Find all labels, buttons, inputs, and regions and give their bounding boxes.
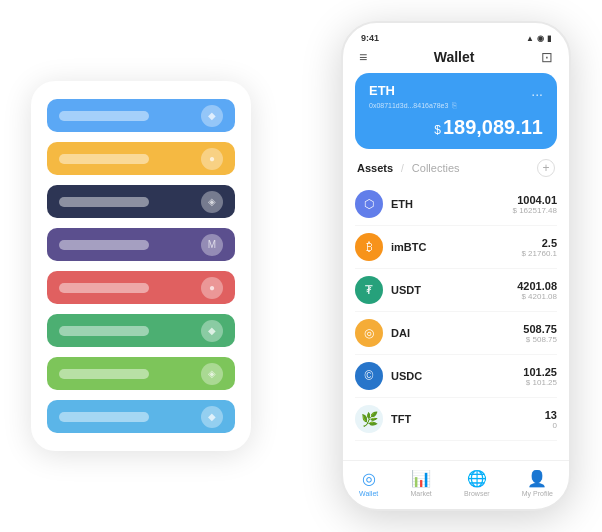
tab-assets[interactable]: Assets — [357, 162, 393, 174]
bg-card-label-lightgreen — [59, 369, 149, 379]
bg-card-purple[interactable]: M — [47, 228, 235, 261]
bg-card-lightblue[interactable]: ◆ — [47, 400, 235, 433]
asset-item-imbtc[interactable]: ₿ imBTC 2.5 $ 21760.1 — [355, 226, 557, 269]
add-asset-button[interactable]: + — [537, 159, 555, 177]
dai-amount: 508.75 — [523, 323, 557, 335]
phone-mockup: 9:41 ▲ ◉ ▮ ≡ Wallet ⊡ ETH ... 0x08711d3d… — [341, 21, 571, 511]
eth-card-top: ETH ... — [369, 83, 543, 99]
bg-card-red[interactable]: ● — [47, 271, 235, 304]
bg-card-icon-yellow: ● — [201, 148, 223, 170]
eth-card[interactable]: ETH ... 0x08711d3d...8416a78e3 ⎘ $189,08… — [355, 73, 557, 149]
battery-icon: ▮ — [547, 34, 551, 43]
asset-item-tft[interactable]: 🌿 TFT 13 0 — [355, 398, 557, 441]
bg-card-label-dark — [59, 197, 149, 207]
bg-card-label-purple — [59, 240, 149, 250]
bg-card-icon-blue: ◆ — [201, 105, 223, 127]
eth-amounts: 1004.01 $ 162517.48 — [513, 194, 558, 215]
usdc-name: USDC — [391, 370, 523, 382]
eth-card-menu[interactable]: ... — [531, 83, 543, 99]
bg-card-icon-green: ◆ — [201, 320, 223, 342]
bg-card-label-lightblue — [59, 412, 149, 422]
wallet-nav-label: Wallet — [359, 490, 378, 497]
bg-card-icon-lightgreen: ◈ — [201, 363, 223, 385]
nav-market[interactable]: 📊 Market — [410, 469, 431, 497]
imbtc-name: imBTC — [391, 241, 521, 253]
usdt-icon: ₮ — [355, 276, 383, 304]
bg-card-icon-dark: ◈ — [201, 191, 223, 213]
asset-list: ⬡ ETH 1004.01 $ 162517.48 ₿ imBTC 2.5 $ … — [343, 183, 569, 460]
bg-card-lightgreen[interactable]: ◈ — [47, 357, 235, 390]
eth-name: ETH — [391, 198, 513, 210]
status-bar: 9:41 ▲ ◉ ▮ — [343, 23, 569, 47]
dai-icon: ◎ — [355, 319, 383, 347]
tab-divider: / — [401, 163, 404, 174]
status-time: 9:41 — [361, 33, 379, 43]
profile-nav-label: My Profile — [522, 490, 553, 497]
market-nav-label: Market — [410, 490, 431, 497]
asset-item-usdt[interactable]: ₮ USDT 4201.08 $ 4201.08 — [355, 269, 557, 312]
imbtc-amount: 2.5 — [521, 237, 557, 249]
bg-card-label-red — [59, 283, 149, 293]
wallet-nav-icon: ◎ — [362, 469, 376, 488]
asset-item-usdc[interactable]: © USDC 101.25 $ 101.25 — [355, 355, 557, 398]
imbtc-amounts: 2.5 $ 21760.1 — [521, 237, 557, 258]
usdc-amount: 101.25 — [523, 366, 557, 378]
dai-usd: $ 508.75 — [523, 335, 557, 344]
usdc-icon: © — [355, 362, 383, 390]
usdc-amounts: 101.25 $ 101.25 — [523, 366, 557, 387]
nav-wallet[interactable]: ◎ Wallet — [359, 469, 378, 497]
imbtc-icon: ₿ — [355, 233, 383, 261]
phone-header: ≡ Wallet ⊡ — [343, 47, 569, 73]
eth-address: 0x08711d3d...8416a78e3 ⎘ — [369, 101, 543, 110]
wifi-icon: ◉ — [537, 34, 544, 43]
page-title: Wallet — [434, 49, 475, 65]
scan-icon[interactable]: ⊡ — [541, 49, 553, 65]
bg-card-dark[interactable]: ◈ — [47, 185, 235, 218]
bg-card-yellow[interactable]: ● — [47, 142, 235, 175]
bg-wallet-panel: ◆ ● ◈ M ● ◆ ◈ ◆ — [31, 81, 251, 451]
menu-icon[interactable]: ≡ — [359, 49, 367, 65]
asset-item-eth[interactable]: ⬡ ETH 1004.01 $ 162517.48 — [355, 183, 557, 226]
assets-tabs: Assets / Collecties + — [343, 159, 569, 183]
tft-amount: 13 — [545, 409, 557, 421]
tabs-left: Assets / Collecties — [357, 162, 460, 174]
signal-icon: ▲ — [526, 34, 534, 43]
browser-nav-icon: 🌐 — [467, 469, 487, 488]
usdc-usd: $ 101.25 — [523, 378, 557, 387]
tft-amounts: 13 0 — [545, 409, 557, 430]
usdt-usd: $ 4201.08 — [517, 292, 557, 301]
dai-amounts: 508.75 $ 508.75 — [523, 323, 557, 344]
eth-balance: $189,089.11 — [369, 116, 543, 139]
copy-address-icon[interactable]: ⎘ — [452, 101, 457, 110]
eth-icon: ⬡ — [355, 190, 383, 218]
eth-balance-prefix: $ — [434, 123, 441, 137]
usdt-amount: 4201.08 — [517, 280, 557, 292]
tft-icon: 🌿 — [355, 405, 383, 433]
tft-usd: 0 — [545, 421, 557, 430]
dai-name: DAI — [391, 327, 523, 339]
bg-card-label-green — [59, 326, 149, 336]
usdt-amounts: 4201.08 $ 4201.08 — [517, 280, 557, 301]
usdt-name: USDT — [391, 284, 517, 296]
asset-item-dai[interactable]: ◎ DAI 508.75 $ 508.75 — [355, 312, 557, 355]
eth-amount: 1004.01 — [513, 194, 558, 206]
scene: ◆ ● ◈ M ● ◆ ◈ ◆ — [11, 11, 591, 521]
bg-card-blue[interactable]: ◆ — [47, 99, 235, 132]
bg-card-label — [59, 111, 149, 121]
nav-browser[interactable]: 🌐 Browser — [464, 469, 490, 497]
bg-card-icon-purple: M — [201, 234, 223, 256]
imbtc-usd: $ 21760.1 — [521, 249, 557, 258]
bg-card-icon-red: ● — [201, 277, 223, 299]
bottom-nav: ◎ Wallet 📊 Market 🌐 Browser 👤 My Profile — [343, 460, 569, 509]
browser-nav-label: Browser — [464, 490, 490, 497]
profile-nav-icon: 👤 — [527, 469, 547, 488]
tab-collecties[interactable]: Collecties — [412, 162, 460, 174]
nav-profile[interactable]: 👤 My Profile — [522, 469, 553, 497]
bg-card-green[interactable]: ◆ — [47, 314, 235, 347]
eth-card-label: ETH — [369, 83, 395, 98]
market-nav-icon: 📊 — [411, 469, 431, 488]
bg-card-icon-lightblue: ◆ — [201, 406, 223, 428]
bg-card-label-yellow — [59, 154, 149, 164]
tft-name: TFT — [391, 413, 545, 425]
status-icons: ▲ ◉ ▮ — [526, 34, 551, 43]
